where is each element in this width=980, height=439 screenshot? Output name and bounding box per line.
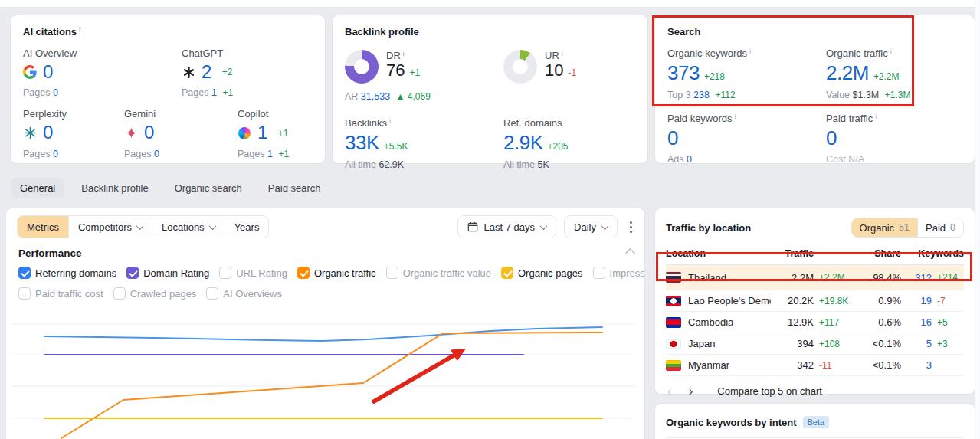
segment-locations[interactable]: Locations xyxy=(152,216,225,238)
date-range-button[interactable]: Last 7 days xyxy=(457,215,557,238)
table-row-thailand[interactable]: Thailand2.2M+2.2M98.4%312+214 xyxy=(666,265,964,290)
perplexity-icon xyxy=(23,126,37,140)
scrollbar[interactable] xyxy=(975,0,980,439)
table-row-lao-people-s-democratic-reput[interactable]: Lao People's Democratic Reput20.2K+19.8K… xyxy=(666,290,964,312)
series-line-referring-domains[interactable] xyxy=(44,327,602,341)
share-value: <0.1% xyxy=(855,338,901,349)
page-previous-icon[interactable]: ‹ xyxy=(667,385,672,398)
keywords-value[interactable]: 312 xyxy=(901,272,932,283)
pages-value[interactable]: 0 xyxy=(53,149,58,159)
segment-competitors[interactable]: Competitors xyxy=(68,216,152,238)
granularity-button[interactable]: Daily xyxy=(564,215,618,238)
collapse-chevron-up-icon[interactable] xyxy=(625,248,635,258)
traffic-value: 20.2K xyxy=(771,295,814,306)
metric-impressions[interactable]: Impressions xyxy=(593,267,644,279)
segment-years[interactable]: Years xyxy=(225,216,269,238)
paid-keywords-value[interactable]: 0 xyxy=(667,126,678,149)
page-next-icon[interactable]: › xyxy=(689,385,693,398)
compare-top5-link[interactable]: Compare top 5 on chart xyxy=(717,385,822,397)
metric-organic-pages[interactable]: Organic pages xyxy=(501,267,583,279)
ref-domains-alltime: 5K xyxy=(537,159,549,170)
ai-item-pages: Pages 1 +1 xyxy=(238,149,289,159)
info-icon[interactable] xyxy=(749,48,751,55)
backlinks-alltime: 62.9K xyxy=(379,159,404,170)
organic-keywords-value[interactable]: 373 xyxy=(667,61,700,84)
table-row-cambodia[interactable]: Cambodia12.9K+1170.6%16+5 xyxy=(666,312,964,333)
metric-referring-domains[interactable]: Referring domains xyxy=(18,267,116,279)
pages-value[interactable]: 1 xyxy=(267,149,273,159)
metric-organic-traffic-value[interactable]: Organic traffic value xyxy=(386,267,491,279)
paid-keywords-label: Paid keywords xyxy=(667,113,733,124)
info-icon[interactable] xyxy=(875,113,877,120)
more-options-kebab-icon[interactable] xyxy=(625,218,637,236)
pages-value[interactable]: 1 xyxy=(211,87,217,98)
tab-general[interactable]: General xyxy=(11,178,64,198)
tab-paid-search[interactable]: Paid search xyxy=(259,178,330,198)
ads-value[interactable]: 0 xyxy=(687,154,692,165)
traffic-value: 2.2M xyxy=(771,272,814,283)
keywords-value[interactable]: 19 xyxy=(901,295,932,306)
info-icon[interactable] xyxy=(389,117,391,125)
keywords-value[interactable]: 5 xyxy=(901,338,932,349)
ai-item-value[interactable]: 0 xyxy=(43,62,53,82)
checkbox-unchecked-icon[interactable] xyxy=(219,267,231,279)
metric-crawled-pages[interactable]: Crawled pages xyxy=(113,287,197,300)
metric-ai-overviews[interactable]: AI Overviews xyxy=(206,287,282,300)
tab-organic-search[interactable]: Organic search xyxy=(166,178,251,198)
keywords-value[interactable]: 3 xyxy=(901,359,932,371)
paid-traffic-value[interactable]: 0 xyxy=(826,126,837,149)
toggle-organic[interactable]: Organic51 xyxy=(852,218,917,237)
checkbox-unchecked-icon[interactable] xyxy=(386,267,398,279)
ar-value[interactable]: 31,533 xyxy=(361,91,390,102)
ai-item-value[interactable]: 2 xyxy=(202,62,211,82)
checkbox-checked-icon[interactable] xyxy=(126,267,139,279)
ai-item-value[interactable]: 1 xyxy=(257,123,267,143)
japan-flag-icon xyxy=(666,339,681,349)
ai-citations-card: AI citations AI Overview0Pages 0ChatGPT2… xyxy=(11,15,325,163)
checkbox-unchecked-icon[interactable] xyxy=(593,267,605,279)
ur-value: 10 xyxy=(545,61,563,80)
keywords-value[interactable]: 16 xyxy=(901,316,932,328)
metric-url-rating[interactable]: URL Rating xyxy=(219,267,287,279)
info-icon[interactable] xyxy=(565,117,566,125)
info-icon[interactable] xyxy=(890,48,892,55)
checkbox-checked-icon[interactable] xyxy=(18,267,31,279)
info-icon[interactable] xyxy=(403,50,405,57)
checkbox-unchecked-icon[interactable] xyxy=(113,287,126,300)
ai-item-pages: Pages 0 xyxy=(124,149,238,159)
column-location: Location xyxy=(666,248,771,259)
toggle-paid[interactable]: Paid0 xyxy=(917,218,963,237)
info-icon[interactable] xyxy=(562,50,563,57)
calendar-icon xyxy=(467,221,478,232)
pages-value[interactable]: 0 xyxy=(53,87,58,98)
metric-paid-traffic-cost[interactable]: Paid traffic cost xyxy=(18,287,103,300)
ai-item-value[interactable]: 0 xyxy=(43,123,53,143)
metric-domain-rating[interactable]: Domain Rating xyxy=(126,267,209,279)
keywords-by-intent-card: Organic keywords by intent Beta xyxy=(655,404,975,439)
checkbox-unchecked-icon[interactable] xyxy=(18,287,31,300)
ai-item-perplexity: Perplexity0Pages 0 xyxy=(23,108,124,159)
checkbox-unchecked-icon[interactable] xyxy=(206,287,218,300)
pages-value[interactable]: 0 xyxy=(154,149,159,159)
table-row-myanmar[interactable]: Myanmar342-11<0.1%3 xyxy=(666,355,964,376)
info-icon[interactable] xyxy=(79,26,81,34)
organic-traffic-value[interactable]: 2.2M xyxy=(826,61,869,84)
series-line-organic-traffic[interactable] xyxy=(61,333,602,438)
alltime-label: All time xyxy=(503,159,535,170)
checkbox-checked-icon[interactable] xyxy=(297,267,310,279)
table-row-japan[interactable]: Japan394+108<0.1%5+3 xyxy=(666,333,964,355)
segment-metrics[interactable]: Metrics xyxy=(18,216,68,238)
ref-domains-value[interactable]: 2.9K xyxy=(503,131,543,154)
checkbox-checked-icon[interactable] xyxy=(501,267,513,279)
backlinks-change: +5.5K xyxy=(384,141,408,152)
metric-organic-traffic[interactable]: Organic traffic xyxy=(297,267,376,279)
backlinks-value[interactable]: 33K xyxy=(345,131,379,154)
ai-citations-row-2: Perplexity0Pages 0Gemini0Pages 0Copilot1… xyxy=(23,108,313,159)
info-icon[interactable] xyxy=(735,113,736,120)
top3-value[interactable]: 238 xyxy=(693,90,710,100)
gemini-icon xyxy=(124,126,138,140)
performance-chart[interactable] xyxy=(6,305,644,439)
ai-item-pages: Pages 0 xyxy=(23,87,182,98)
ai-item-value[interactable]: 0 xyxy=(144,123,154,143)
tab-backlink-profile[interactable]: Backlink profile xyxy=(72,178,157,198)
